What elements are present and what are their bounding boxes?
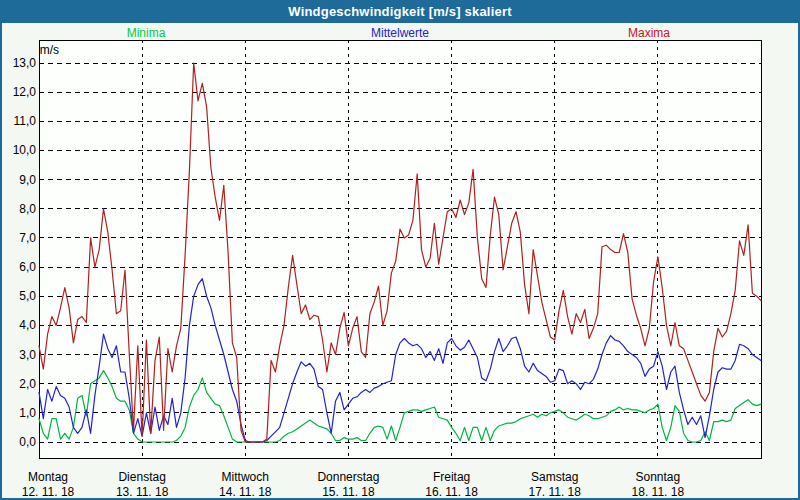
x-day-date: 12. 11. 18: [22, 485, 75, 499]
x-day-date: 15. 11. 18: [322, 485, 375, 499]
x-day-name: Montag: [28, 470, 68, 484]
y-tick-label: 13,0: [13, 56, 37, 70]
y-tick-label: 6,0: [19, 260, 36, 274]
y-tick-label: 8,0: [19, 202, 36, 216]
y-tick-label: 2,0: [19, 377, 36, 391]
y-tick-label: 4,0: [19, 318, 36, 332]
y-axis-unit-label: m/s: [40, 43, 59, 57]
x-day-date: 17. 11. 18: [528, 485, 581, 499]
y-tick-label: 7,0: [19, 231, 36, 245]
y-tick-label: 9,0: [19, 173, 36, 187]
x-day-name: Dienstag: [118, 470, 165, 484]
plot-area: [39, 40, 761, 458]
x-day-name: Mittwoch: [222, 470, 269, 484]
x-day-date: 16. 11. 18: [425, 485, 478, 499]
y-tick-label: 10,0: [13, 143, 37, 157]
x-day-name: Samstag: [531, 470, 578, 484]
x-day-date: 18. 11. 18: [632, 485, 685, 499]
x-day-date: 13. 11. 18: [116, 485, 169, 499]
x-day-name: Donnerstag: [317, 470, 379, 484]
x-day-name: Sonntag: [635, 470, 680, 484]
y-tick-label: 5,0: [19, 289, 36, 303]
chart-window: Windgeschwindigkeit [m/s] skaliert Minim…: [0, 0, 800, 500]
y-tick-label: 12,0: [13, 85, 37, 99]
y-tick-label: 3,0: [19, 348, 36, 362]
x-day-date: 14. 11. 18: [219, 485, 272, 499]
x-day-name: Freitag: [433, 470, 470, 484]
y-tick-label: 11,0: [14, 114, 37, 128]
y-tick-label: 1,0: [19, 406, 36, 420]
y-tick-label: 0,0: [19, 435, 36, 449]
wind-speed-chart: 0,01,02,03,04,05,06,07,08,09,010,011,012…: [0, 0, 800, 500]
